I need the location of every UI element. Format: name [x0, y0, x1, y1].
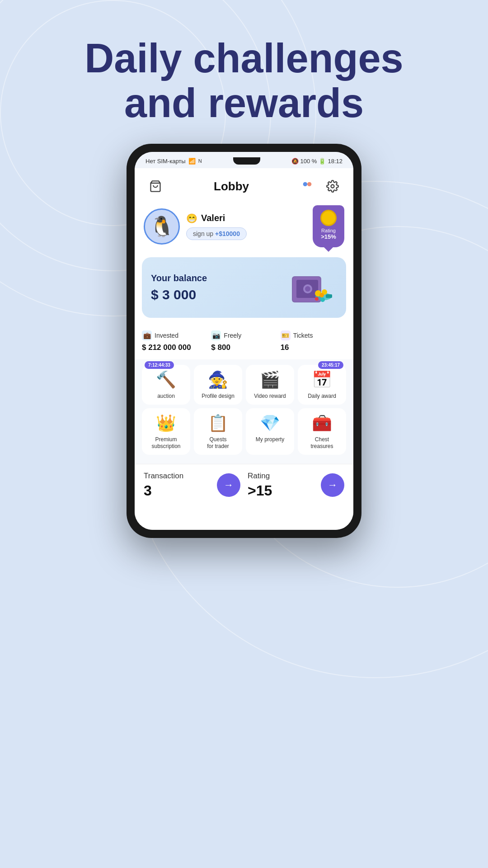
timer-badge-daily-award: 23:45:17: [318, 361, 343, 369]
challenge-item-daily-award[interactable]: 23:45:17📅Daily award: [298, 365, 346, 405]
svg-point-12: [319, 293, 324, 297]
challenge-emoji-auction: 🔨: [156, 370, 176, 389]
shop-button[interactable]: [145, 176, 165, 196]
bottom-section: Transaction 3 → Rating >15 →: [135, 464, 353, 506]
status-bar: Нет SIM-карты 📶 N 🔕 100 % 🔋 18:12: [135, 152, 353, 168]
stat-invested: 💼 Invested $ 212 000 000: [142, 330, 207, 352]
gear-icon: [326, 180, 339, 193]
time-display: 18:12: [328, 158, 343, 165]
challenge-label-quests: Quests for trader: [207, 436, 229, 450]
avatar[interactable]: 🐧: [144, 208, 180, 245]
profile-info: 😁 Valeri sign up +$10000: [186, 213, 247, 240]
svg-point-8: [305, 286, 310, 292]
profile-emoji: 😁: [186, 213, 197, 224]
safe-svg: [283, 267, 337, 308]
challenge-item-auction[interactable]: 7:12:44:33🔨auction: [142, 365, 190, 405]
phone-screen: Нет SIM-карты 📶 N 🔕 100 % 🔋 18:12: [135, 152, 353, 530]
challenge-row-2: 👑Premium subscription📋Quests for trader💎…: [142, 408, 346, 455]
freely-label: Freely: [224, 332, 241, 339]
wifi-icon: 📶: [188, 158, 196, 165]
rating-arrow-button[interactable]: →: [321, 473, 344, 497]
svg-rect-13: [326, 294, 332, 298]
challenge-emoji-video-reward: 🎬: [260, 370, 280, 389]
transaction-value: 3: [144, 482, 212, 499]
avatar-emoji: 🐧: [150, 215, 174, 238]
app-content: Lobby: [135, 168, 353, 530]
top-navigation: Lobby: [135, 168, 353, 202]
challenge-emoji-my-property: 💎: [260, 414, 280, 433]
bag-icon: [149, 180, 162, 193]
challenge-item-premium[interactable]: 👑Premium subscription: [142, 408, 190, 455]
transaction-item: Transaction 3: [144, 472, 212, 499]
signup-badge[interactable]: sign up +$10000: [186, 227, 247, 240]
invested-value: $ 212 000 000: [142, 343, 207, 352]
challenge-item-my-property[interactable]: 💎My property: [246, 408, 294, 455]
challenge-label-daily-award: Daily award: [308, 393, 336, 400]
sim-status: Нет SIM-карты: [145, 158, 186, 165]
challenge-label-my-property: My property: [256, 436, 284, 443]
challenge-item-video-reward[interactable]: 🎬Video reward: [246, 365, 294, 405]
rating-bottom-label: Rating: [248, 472, 316, 481]
timer-badge-auction: 7:12:44:33: [145, 361, 174, 369]
challenge-row-1: 7:12:44:33🔨auction🧙Profile design🎬Video …: [142, 365, 346, 405]
challenge-label-auction: auction: [157, 393, 175, 400]
phone-mockup: Нет SIM-карты 📶 N 🔕 100 % 🔋 18:12: [0, 144, 488, 538]
settings-button[interactable]: [323, 176, 343, 196]
screen-title: Lobby: [214, 179, 249, 193]
rating-badge[interactable]: Rating >15%: [313, 205, 344, 247]
challenge-item-profile-design[interactable]: 🧙Profile design: [194, 365, 242, 405]
balance-label: Your balance: [151, 273, 207, 283]
rating-badge-label: Rating: [319, 228, 338, 233]
tickets-label: Tickets: [293, 332, 313, 339]
phone-frame: Нет SIM-карты 📶 N 🔕 100 % 🔋 18:12: [127, 144, 361, 538]
stat-freely: 📷 Freely $ 800: [211, 330, 277, 352]
challenge-item-quests[interactable]: 📋Quests for trader: [194, 408, 242, 455]
challenge-emoji-profile-design: 🧙: [208, 370, 228, 389]
bell-icon: [301, 180, 314, 193]
rating-bottom-value: >15: [248, 482, 316, 499]
page-title: Daily challenges and rewards: [0, 0, 488, 144]
challenge-emoji-chest: 🧰: [312, 414, 332, 433]
svg-point-1: [303, 182, 307, 186]
challenge-label-premium: Premium subscription: [151, 436, 180, 450]
freely-icon: 📷: [211, 330, 221, 340]
notifications-button[interactable]: [297, 176, 317, 196]
stat-tickets: 🎫 Tickets 16: [281, 330, 346, 352]
balance-amount: $ 3 000: [151, 287, 207, 302]
rating-coin-icon: [320, 210, 337, 226]
profile-left: 🐧 😁 Valeri sign up +$10000: [144, 208, 247, 245]
transaction-arrow-button[interactable]: →: [217, 473, 240, 497]
rating-item: Rating >15: [248, 472, 316, 499]
invested-icon: 💼: [142, 330, 152, 340]
signup-amount: +$10000: [215, 230, 240, 237]
tickets-icon: 🎫: [281, 330, 291, 340]
nfc-icon: N: [198, 158, 202, 164]
challenge-label-chest: Chest treasures: [310, 436, 333, 450]
svg-point-15: [320, 297, 325, 302]
nav-actions: [297, 176, 343, 196]
svg-point-14: [315, 297, 319, 301]
challenge-emoji-daily-award: 📅: [312, 370, 332, 389]
challenge-item-chest[interactable]: 🧰Chest treasures: [298, 408, 346, 455]
tickets-value: 16: [281, 343, 346, 352]
balance-text: Your balance $ 3 000: [151, 273, 207, 302]
signup-label: sign up: [193, 230, 213, 237]
rating-badge-tail: [323, 246, 334, 252]
rating-badge-value: >15%: [319, 233, 338, 240]
stats-row: 💼 Invested $ 212 000 000 📷 Freely $ 800: [135, 325, 353, 359]
svg-point-2: [307, 182, 311, 186]
battery-status: 100 %: [300, 158, 317, 165]
profile-section: 🐧 😁 Valeri sign up +$10000: [135, 202, 353, 255]
challenge-label-profile-design: Profile design: [202, 393, 235, 400]
camera-notch: [233, 157, 260, 165]
svg-point-3: [331, 185, 334, 188]
invested-label: Invested: [155, 332, 178, 339]
challenge-grid: 7:12:44:33🔨auction🧙Profile design🎬Video …: [135, 359, 353, 464]
challenge-emoji-quests: 📋: [208, 414, 228, 433]
mute-icon: 🔕: [291, 158, 299, 165]
challenge-emoji-premium: 👑: [156, 414, 176, 433]
challenge-label-video-reward: Video reward: [254, 393, 286, 400]
balance-card[interactable]: Your balance $ 3 000: [142, 257, 346, 318]
profile-name: Valeri: [201, 213, 225, 223]
transaction-label: Transaction: [144, 472, 212, 481]
